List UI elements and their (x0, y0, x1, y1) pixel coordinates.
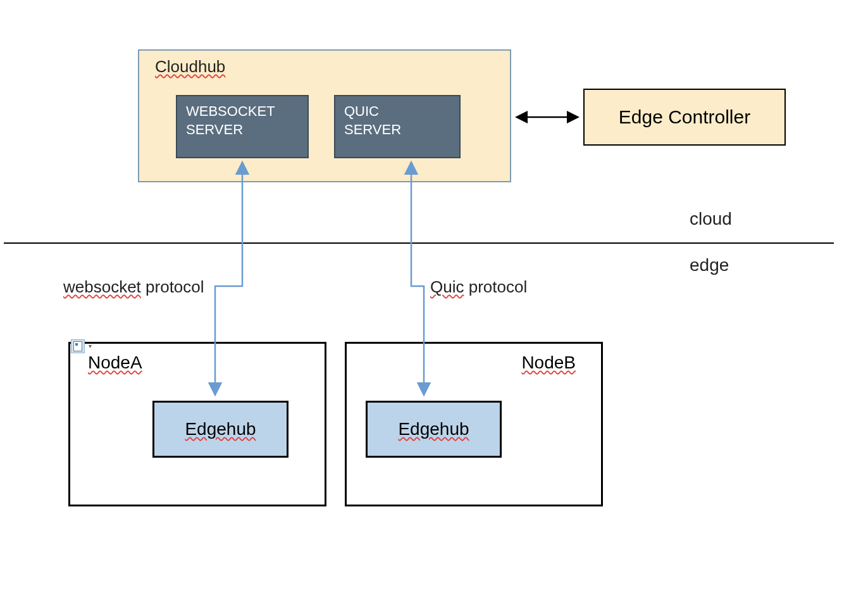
websocket-server-line2: SERVER (186, 121, 299, 139)
quic-protocol-rest: protocol (464, 277, 527, 296)
quic-server-line2: SERVER (344, 121, 450, 139)
edge-controller-label: Edge Controller (619, 106, 750, 128)
cloudhub-title: Cloudhub (155, 57, 225, 77)
cloudhub-container: Cloudhub WEBSOCKET SERVER QUIC SERVER (138, 49, 511, 182)
node-b-title-text: NodeB (521, 353, 576, 372)
cloud-zone-label: cloud (690, 209, 732, 229)
node-a-edgehub-box: Edgehub (152, 401, 288, 458)
node-a-edgehub-label: Edgehub (185, 419, 256, 439)
node-b-edgehub-box: Edgehub (366, 401, 502, 458)
node-b-edgehub-label: Edgehub (398, 419, 469, 439)
node-b-title: NodeB (521, 353, 576, 373)
quic-protocol-label: Quic protocol (430, 277, 527, 297)
node-a-title-text: NodeA (88, 353, 142, 372)
edge-zone-label: edge (690, 255, 729, 275)
edge-controller-box: Edge Controller (583, 89, 786, 146)
node-b-box: NodeB Edgehub (345, 342, 603, 506)
cloud-edge-divider (4, 242, 834, 244)
quic-server-line1: QUIC (344, 103, 450, 121)
node-a-title: NodeA (88, 353, 142, 373)
websocket-protocol-rest: protocol (141, 277, 204, 296)
doc-anchor-icon (71, 339, 85, 353)
websocket-protocol-word: websocket (63, 277, 141, 296)
quic-server-box: QUIC SERVER (334, 95, 461, 158)
websocket-protocol-label: websocket protocol (63, 277, 204, 297)
quic-protocol-word: Quic (430, 277, 464, 296)
node-a-box: NodeA Edgehub (68, 342, 326, 506)
websocket-server-line1: WEBSOCKET (186, 103, 299, 121)
cloudhub-title-text: Cloudhub (155, 57, 225, 76)
websocket-server-box: WEBSOCKET SERVER (176, 95, 309, 158)
